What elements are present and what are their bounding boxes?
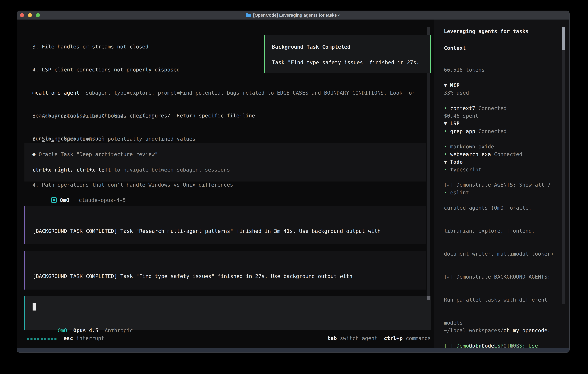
agent-separator: ·	[69, 197, 79, 203]
window-title: [OpenCode] Leveraging agents for tasks ◐	[253, 13, 341, 18]
zoom-window-button[interactable]	[36, 13, 40, 17]
opencode-window: [OpenCode] Leveraging agents for tasks ◐…	[17, 10, 570, 353]
tab-key-hint: tab	[327, 335, 337, 341]
agent-omo-icon	[51, 197, 57, 203]
ctrlp-key-hint: ctrl+p	[384, 335, 403, 341]
minimize-window-button[interactable]	[28, 13, 32, 17]
bullet-icon: •	[463, 343, 466, 349]
oracle-task-title: Oracle Task "Deep architecture review"	[36, 151, 158, 157]
gear-icon: ⚙	[32, 90, 36, 96]
session-sidebar: Leveraging agents for tasks Context 66,5…	[434, 20, 570, 349]
context-tokens: 66,518 tokens	[444, 66, 485, 74]
notification-body: Task "Find type safety issues" finished …	[272, 59, 420, 66]
background-task-notification: Background Task Completed Task "Find typ…	[264, 35, 431, 73]
background-task-message: [BACKGROUND TASK COMPLETED] Task "Find t…	[24, 251, 426, 290]
agent-name: OmO	[60, 197, 69, 203]
input-model-label[interactable]: Opus 4.5	[73, 327, 98, 333]
keybind-hint-label: to navigate between subagent sessions	[111, 167, 230, 173]
version-number: 1.0.163	[494, 343, 519, 349]
window-bottom-edge	[17, 348, 569, 353]
tool-call-args: [subagent_type=explore, prompt=Find pote…	[79, 90, 415, 96]
folder-icon	[246, 14, 251, 17]
main-scrollbar-cap	[427, 27, 430, 35]
keybind-hint: ctrl+x right, ctrl+x left	[32, 167, 111, 173]
input-agent-label[interactable]: OmO	[58, 327, 67, 333]
bullet-icon: •	[444, 105, 447, 111]
main-scrollbar-thumb[interactable]	[427, 296, 430, 300]
agent-model: claude-opus-4-5	[79, 197, 126, 203]
text-cursor	[32, 303, 36, 311]
lsp-section-heading[interactable]: ▼ LSP	[444, 120, 460, 127]
mcp-section-heading[interactable]: ▼ MCP	[444, 82, 460, 89]
esc-key-hint: esc	[63, 335, 73, 341]
close-window-button[interactable]	[20, 13, 24, 17]
session-title: Leveraging agents for tasks	[444, 28, 528, 35]
todo-section-heading[interactable]: ▼ Todo	[444, 158, 463, 166]
status-bar: ▪▪▪▪▪▪▪▪▪ esc interrupt tab switch agent…	[17, 334, 434, 342]
input-provider-label: Anthropic	[105, 327, 133, 333]
sidebar-scrollbar[interactable]	[562, 27, 566, 304]
titlebar: [OpenCode] Leveraging agents for tasks ◐	[17, 11, 569, 20]
todo-item-done: [✓] Demonstrate AGENTS: Show all 7	[444, 181, 560, 189]
sidebar-scrollbar-thumb[interactable]	[562, 27, 566, 50]
todo-item-done: [✓] Demonstrate BACKGROUND AGENTS:	[444, 273, 560, 280]
background-task-message: [BACKGROUND TASK COMPLETED] Task "Resear…	[24, 206, 426, 244]
spinner-dots-icon: ▪▪▪▪▪▪▪▪▪	[26, 335, 57, 341]
tool-call-name: call_omo_agent	[36, 90, 79, 96]
oracle-task-box: ◉ Oracle Task "Deep architecture review"…	[24, 143, 426, 181]
prompt-input[interactable]: OmO Opus 4.5 Anthropic	[24, 296, 431, 330]
record-icon: ◉	[32, 151, 36, 157]
terminal-main-area: 3. File handles or streams not closed 4.…	[17, 20, 434, 349]
notification-title: Background Task Completed	[272, 43, 350, 51]
bullet-icon: •	[444, 144, 447, 150]
